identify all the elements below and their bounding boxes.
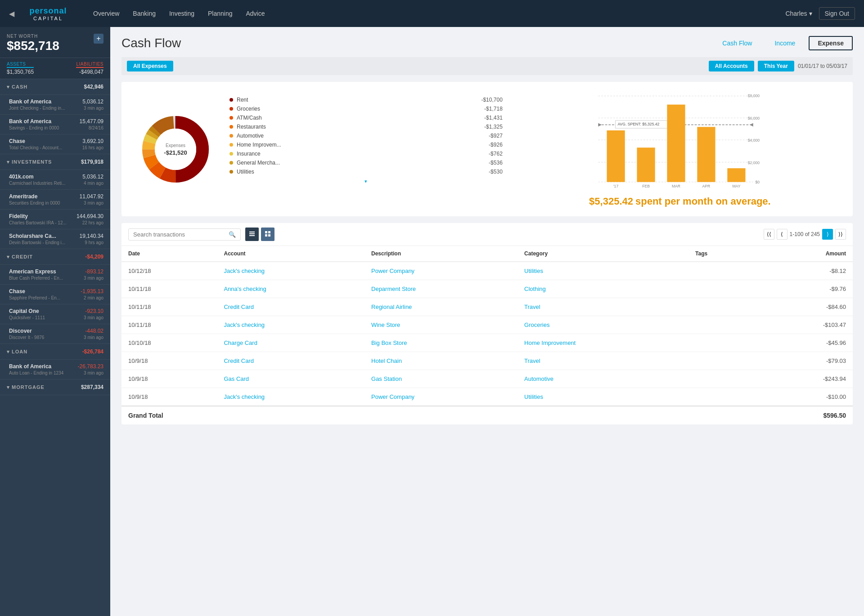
cell-category[interactable]: Utilities [518,262,688,280]
nav-advice[interactable]: Advice [246,10,265,17]
cell-category[interactable]: Travel [518,298,688,316]
account-value: 144,694.30 [76,213,104,219]
legend-more-button[interactable]: ▾ [230,179,503,184]
account-sub-label: Joint Checking - Ending in... [9,106,65,111]
this-year-button[interactable]: This Year [758,61,794,71]
assets-liabilities-bar: ASSETS $1,350,765 LIABILITIES -$498,047 [0,58,110,79]
account-item[interactable]: Bank of America 5,036.12 Joint Checking … [0,94,110,114]
account-item[interactable]: Scholarshare Ca... 19,140.34 Devin Barto… [0,229,110,249]
account-item[interactable]: Bank of America -26,783.23 Auto Loan - E… [0,359,110,379]
cell-category[interactable]: Clothing [518,280,688,298]
svg-rect-37 [265,231,267,233]
investments-section-header[interactable]: ▾ INVESTMENTS $179,918 [0,154,110,170]
liabilities-item: LIABILITIES -$498,047 [76,62,104,75]
credit-section-total: -$4,209 [85,254,104,260]
tab-cashflow[interactable]: Cash Flow [713,36,761,50]
first-page-button[interactable]: ⟨⟨ [764,229,774,240]
svg-text:$6,000: $6,000 [748,116,760,121]
table-row: 10/9/18 Gas Card Gas Station Automotive … [122,370,853,388]
prev-page-button[interactable]: ⟨ [777,229,788,240]
account-value: 3,692.10 [82,138,104,144]
account-item[interactable]: Discover -448.02 Discover It - 9876 3 mi… [0,324,110,344]
cell-description[interactable]: Gas Station [364,370,518,388]
cell-account[interactable]: Jack's checking [217,388,364,406]
cell-account[interactable]: Jack's checking [217,262,364,280]
account-item[interactable]: Bank of America 15,477.09 Savings - Endi… [0,114,110,134]
legend-label: ATM/Cash [237,115,262,121]
cell-account[interactable]: Jack's checking [217,316,364,334]
logo: personal capital [21,6,75,21]
cell-category[interactable]: Travel [518,352,688,370]
account-name: Bank of America [9,118,51,125]
cell-description[interactable]: Hotel Chain [364,352,518,370]
cell-category[interactable]: Groceries [518,316,688,334]
cell-account[interactable]: Gas Card [217,370,364,388]
account-item[interactable]: Chase 3,692.10 Total Checking - Account.… [0,134,110,154]
all-accounts-button[interactable]: All Accounts [709,61,754,71]
nav-investing[interactable]: Investing [169,10,194,17]
legend-item: Home Improvem... -$926 [230,140,503,149]
account-item[interactable]: American Express -893.12 Blue Cash Prefe… [0,264,110,284]
cell-description[interactable]: Big Box Store [364,334,518,352]
nav-planning[interactable]: Planning [208,10,233,17]
cell-account[interactable]: Anna's checking [217,280,364,298]
cell-account[interactable]: Charge Card [217,334,364,352]
nav-banking[interactable]: Banking [133,10,156,17]
account-item[interactable]: Ameritrade 11,047.92 Securities Ending i… [0,189,110,209]
cell-account[interactable]: Credit Card [217,352,364,370]
account-name: Discover [9,328,32,334]
cell-description[interactable]: Wine Store [364,316,518,334]
add-account-button[interactable]: + [94,34,104,44]
svg-text:$2,000: $2,000 [748,161,760,165]
account-item[interactable]: 401k.com 5,036.12 Carmichael Industries … [0,170,110,189]
svg-rect-34 [249,232,255,232]
cell-date: 10/9/18 [122,352,217,370]
list-view-button[interactable] [245,228,259,241]
collapse-sidebar-button[interactable]: ◀ [9,9,14,18]
svg-text:Expenses: Expenses [166,143,185,148]
legend-label: Groceries [237,106,260,112]
search-input[interactable] [133,231,225,238]
account-name: Bank of America [9,98,51,105]
all-expenses-button[interactable]: All Expenses [127,61,173,71]
account-time: 22 hrs ago [82,220,104,225]
svg-text:$0: $0 [755,180,760,184]
account-item[interactable]: Chase -1,935.13 Sapphire Preferred - En.… [0,284,110,304]
tab-expense[interactable]: Expense [809,36,853,50]
liabilities-value: -$498,047 [76,69,104,75]
last-page-button[interactable]: ⟩⟩ [835,229,846,240]
cell-description[interactable]: Deparment Store [364,280,518,298]
legend-item: ATM/Cash -$1,431 [230,113,503,122]
cell-category[interactable]: Automotive [518,370,688,388]
loan-section-header[interactable]: ▾ LOAN -$26,784 [0,344,110,359]
account-value: 5,036.12 [82,98,104,105]
next-page-button[interactable]: ⟩ [822,229,833,240]
pagination-text: 1-100 of 245 [790,231,820,237]
cell-date: 10/11/18 [122,298,217,316]
signout-button[interactable]: Sign Out [819,7,855,20]
legend-area: Rent -$10,700 Groceries -$1,718 ATM/Cash… [230,91,503,207]
cell-category[interactable]: Utilities [518,388,688,406]
tab-income[interactable]: Income [765,36,804,50]
grid-view-button[interactable] [261,228,274,241]
cell-category[interactable]: Home Improvement [518,334,688,352]
loan-section: ▾ LOAN -$26,784 Bank of America -26,783.… [0,344,110,379]
cell-description[interactable]: Regional Airline [364,298,518,316]
cell-account[interactable]: Credit Card [217,298,364,316]
col-amount: Amount [756,246,853,262]
cell-tags [688,298,756,316]
cell-description[interactable]: Power Company [364,388,518,406]
legend-item: General Mercha... -$536 [230,158,503,167]
nav-overview[interactable]: Overview [93,10,119,17]
user-menu-button[interactable]: Charles ▾ [785,10,812,17]
mortgage-section-total: $287,334 [81,384,104,390]
account-item[interactable]: Fidelity 144,694.30 Charles Bartowski IR… [0,209,110,229]
cash-section-header[interactable]: ▾ CASH $42,946 [0,79,110,94]
cell-description[interactable]: Power Company [364,262,518,280]
credit-section-header[interactable]: ▾ CREDIT -$4,209 [0,249,110,264]
mortgage-section-header[interactable]: ▾ MORTGAGE $287,334 [0,379,110,395]
cell-date: 10/11/18 [122,316,217,334]
account-item[interactable]: Capital One -923.10 Quicksilver - 1111 3… [0,304,110,324]
account-sub-label: Charles Bartowski IRA - 12... [9,220,67,225]
cell-date: 10/10/18 [122,334,217,352]
